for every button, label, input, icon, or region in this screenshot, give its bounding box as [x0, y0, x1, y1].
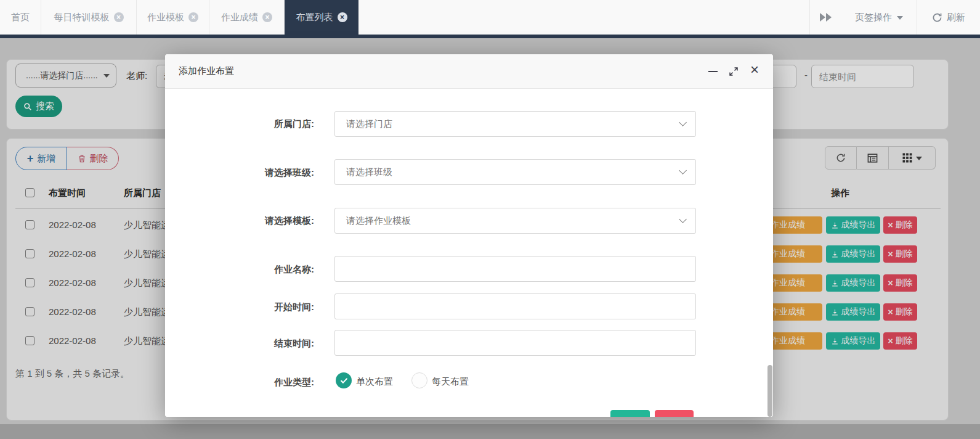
tab-bar-right: 页签操作 刷新	[809, 0, 980, 35]
tab-homework-template[interactable]: 作业模板 ×	[137, 0, 209, 35]
tab-bar-underline	[0, 35, 980, 38]
minimize-icon[interactable]	[706, 65, 719, 78]
radio-daily-assignment[interactable]	[411, 372, 427, 388]
tab-close-icon[interactable]: ×	[188, 12, 198, 22]
field-label: 开始时间:	[202, 302, 314, 313]
modal-title: 添加作业布置	[179, 65, 234, 77]
homework-name-input[interactable]	[334, 256, 696, 282]
maximize-icon[interactable]	[727, 65, 740, 78]
tab-home[interactable]: 首页	[0, 0, 41, 35]
refresh-icon	[932, 12, 942, 23]
tab-operations-dropdown[interactable]: 页签操作	[841, 0, 917, 35]
tab-label: 作业成绩	[221, 12, 258, 23]
add-assignment-modal: 添加作业布置 × 所属门店: 请选择门店 请选择班级: 请选择班级	[165, 54, 773, 417]
chevron-down-icon	[679, 118, 687, 126]
modal-body: 所属门店: 请选择门店 请选择班级: 请选择班级 请选择模板: 请选择作业模板 …	[165, 89, 773, 417]
field-label: 请选择班级:	[202, 167, 314, 179]
radio-label[interactable]: 每天布置	[432, 376, 469, 388]
chevron-down-icon	[897, 16, 903, 20]
store-select[interactable]: 请选择门店	[334, 111, 696, 137]
start-time-input[interactable]	[334, 293, 696, 319]
chevron-down-icon	[679, 166, 687, 174]
class-select[interactable]: 请选择班级	[334, 159, 696, 185]
fast-forward-icon[interactable]	[809, 0, 841, 35]
field-label: 作业类型:	[202, 377, 314, 388]
modal-scrollbar-thumb[interactable]	[767, 365, 772, 417]
close-button[interactable]: 关闭	[655, 410, 694, 417]
tab-assignment-list-active[interactable]: 布置列表 ×	[285, 0, 358, 35]
tab-homework-grades[interactable]: 作业成绩 ×	[209, 0, 285, 35]
radio-single-assignment-checked[interactable]	[336, 372, 352, 388]
tab-daily-training-template[interactable]: 每日特训模板 ×	[41, 0, 137, 35]
end-time-input[interactable]	[334, 330, 696, 356]
chevron-down-icon	[679, 215, 687, 223]
tab-label: 首页	[11, 12, 30, 23]
close-icon[interactable]: ×	[748, 63, 761, 76]
tab-close-icon[interactable]: ×	[338, 12, 347, 22]
tab-label: 每日特训模板	[54, 12, 110, 23]
tab-label: 布置列表	[296, 12, 333, 23]
check-icon	[339, 376, 349, 385]
tab-close-icon[interactable]: ×	[262, 12, 272, 22]
save-button[interactable]: 保存	[610, 410, 650, 417]
screen: 首页 每日特训模板 × 作业模板 × 作业成绩 × 布置列表 × 页签操作	[0, 0, 980, 439]
tab-label: 作业模板	[147, 12, 184, 23]
tab-close-icon[interactable]: ×	[114, 12, 124, 22]
tab-bar: 首页 每日特训模板 × 作业模板 × 作业成绩 × 布置列表 × 页签操作	[0, 0, 980, 35]
field-label: 请选择模板:	[202, 215, 314, 227]
field-label: 所属门店:	[202, 118, 314, 130]
field-label: 作业名称:	[202, 264, 314, 276]
refresh-button[interactable]: 刷新	[917, 0, 980, 35]
radio-label[interactable]: 单次布置	[356, 376, 393, 388]
field-label: 结束时间:	[202, 338, 314, 350]
modal-header: 添加作业布置 ×	[165, 54, 773, 89]
template-select[interactable]: 请选择作业模板	[334, 208, 696, 234]
